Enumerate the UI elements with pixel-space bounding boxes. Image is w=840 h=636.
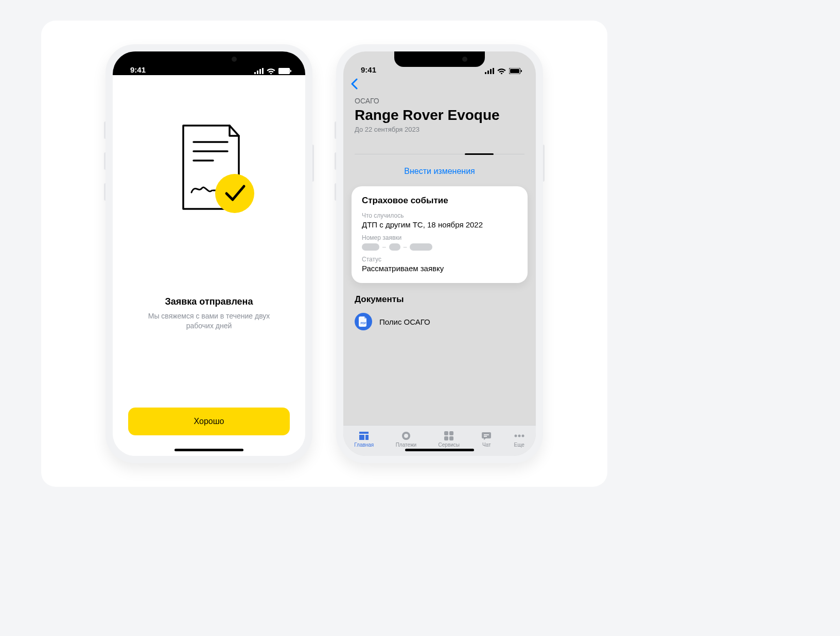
- policy-body: ОСАГО Range Rover Evoque До 22 сентября …: [343, 75, 536, 456]
- redacted-separator: –: [382, 243, 386, 251]
- svg-rect-24: [449, 436, 453, 440]
- battery-icon: [278, 68, 292, 74]
- svg-point-10: [215, 174, 254, 213]
- cellular-icon: [485, 68, 494, 74]
- change-link[interactable]: Внести изменения: [343, 167, 536, 176]
- home-indicator[interactable]: [405, 449, 474, 451]
- svg-rect-3: [262, 68, 264, 74]
- tab-home[interactable]: Главная: [354, 431, 374, 448]
- tab-bar: Главная Платежи Сервисы Чат: [343, 425, 536, 456]
- chat-icon: [481, 431, 492, 441]
- ok-button[interactable]: Хорошо: [128, 408, 290, 435]
- event-what-label: Что случилось: [362, 212, 517, 219]
- tab-label: Главная: [354, 442, 374, 448]
- notch: [394, 51, 485, 67]
- tab-label: Чат: [482, 442, 491, 448]
- battery-icon: [509, 68, 522, 74]
- back-button[interactable]: [351, 78, 358, 92]
- document-label: Полис ОСАГО: [379, 317, 430, 326]
- svg-rect-21: [444, 431, 448, 435]
- svg-rect-12: [487, 70, 489, 74]
- event-card-heading: Страховое событие: [362, 196, 517, 206]
- redacted-segment: [362, 243, 379, 251]
- event-number-value-redacted: – –: [362, 243, 517, 251]
- svg-rect-11: [485, 72, 486, 74]
- documents-heading: Документы: [355, 294, 524, 305]
- home-icon: [358, 431, 370, 441]
- redacted-segment: [389, 243, 400, 251]
- insurance-event-card: Страховое событие Что случилось ДТП с др…: [352, 186, 528, 283]
- wifi-icon: [497, 68, 506, 74]
- screen-right: 9:41 ОСАГО Range Rover Evoque До 22 сент…: [343, 51, 536, 456]
- policy-header: ОСАГО Range Rover Evoque До 22 сентября …: [343, 75, 536, 133]
- svg-text:PDF: PDF: [361, 322, 367, 325]
- redacted-segment: [410, 243, 432, 251]
- stage: 9:41: [41, 21, 607, 487]
- svg-point-28: [518, 435, 520, 437]
- confirmation-subtitle: Мы свяжемся с вами в течение двух рабочи…: [142, 311, 276, 331]
- svg-rect-17: [521, 70, 522, 72]
- svg-rect-14: [493, 68, 494, 74]
- tab-chat[interactable]: Чат: [481, 431, 492, 448]
- cellular-icon: [254, 68, 264, 74]
- svg-point-27: [514, 435, 517, 437]
- event-status-value: Рассматриваем заявку: [362, 264, 517, 273]
- redacted-separator: –: [404, 243, 407, 251]
- svg-point-29: [521, 435, 524, 437]
- policy-type: ОСАГО: [355, 97, 524, 105]
- phone-mock-left: 9:41: [106, 44, 312, 463]
- tab-label: Еще: [514, 442, 524, 448]
- pager-indicator: [355, 154, 524, 154]
- chevron-left-icon: [351, 78, 358, 90]
- tab-label: Сервисы: [439, 442, 460, 448]
- event-what-value: ДТП с другим ТС, 18 ноября 2022: [362, 220, 517, 229]
- screen-left: 9:41: [113, 51, 305, 456]
- document-signed-illustration: [157, 116, 260, 219]
- svg-point-20: [404, 434, 408, 438]
- status-time: 9:41: [130, 65, 146, 74]
- status-time: 9:41: [361, 65, 376, 74]
- home-indicator[interactable]: [174, 449, 243, 451]
- svg-rect-16: [510, 69, 519, 73]
- policy-valid-until: До 22 сентября 2023: [355, 126, 524, 133]
- document-row[interactable]: PDF Полис ОСАГО: [343, 310, 536, 330]
- svg-rect-0: [254, 72, 256, 74]
- confirmation-body: Заявка отправлена Мы свяжемся с вами в т…: [113, 75, 305, 456]
- svg-rect-25: [484, 434, 489, 435]
- payments-icon: [401, 431, 411, 441]
- pdf-icon: PDF: [355, 313, 372, 330]
- status-icons: [254, 68, 292, 74]
- svg-rect-5: [279, 69, 289, 73]
- policy-title: Range Rover Evoque: [355, 107, 524, 123]
- svg-rect-1: [257, 70, 258, 74]
- status-icons: [485, 68, 522, 74]
- services-icon: [444, 431, 454, 441]
- svg-rect-23: [444, 436, 448, 440]
- tab-services[interactable]: Сервисы: [439, 431, 460, 448]
- svg-rect-22: [449, 431, 453, 435]
- event-number-label: Номер заявки: [362, 234, 517, 241]
- confirmation-title: Заявка отправлена: [165, 296, 253, 307]
- svg-rect-26: [484, 436, 487, 437]
- svg-rect-6: [290, 70, 291, 72]
- wifi-icon: [267, 68, 275, 74]
- tab-more[interactable]: Еще: [514, 431, 525, 448]
- tab-label: Платежи: [396, 442, 417, 448]
- more-icon: [514, 431, 525, 441]
- phone-mock-right: 9:41 ОСАГО Range Rover Evoque До 22 сент…: [336, 44, 543, 463]
- svg-rect-2: [259, 69, 261, 74]
- notch: [164, 51, 254, 67]
- svg-rect-13: [490, 69, 492, 74]
- event-status-label: Статус: [362, 256, 517, 263]
- tab-payments[interactable]: Платежи: [396, 431, 417, 448]
